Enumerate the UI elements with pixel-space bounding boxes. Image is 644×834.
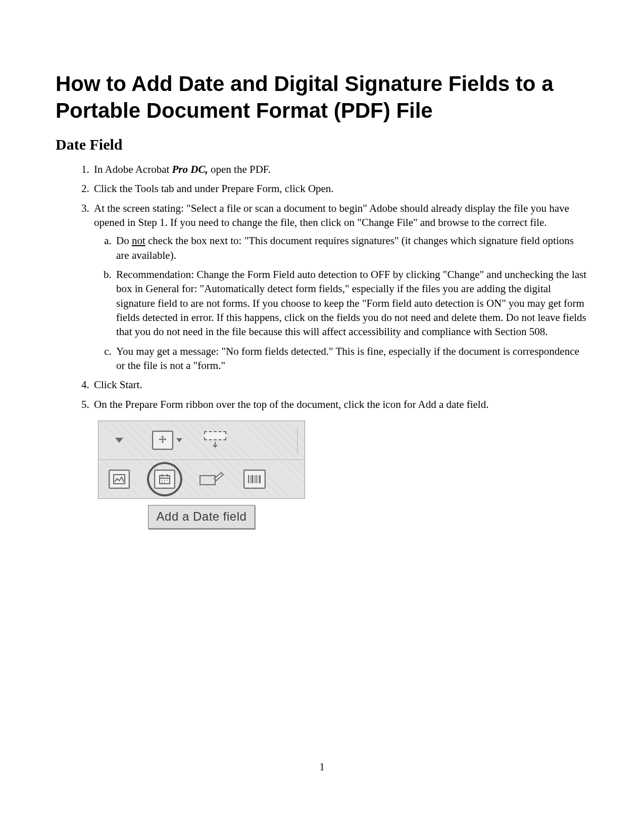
- step-3a-pre: Do: [116, 235, 132, 247]
- section-heading: Date Field: [56, 136, 588, 153]
- step-1-text-post: open the PDF.: [208, 163, 271, 175]
- text-field-with-arrow-icon: [202, 429, 229, 452]
- barcode-field-icon: [241, 468, 268, 491]
- document-page: How to Add Date and Digital Signature Fi…: [0, 0, 644, 834]
- step-1: In Adobe Acrobat Pro DC, open the PDF.: [92, 162, 588, 176]
- step-3b: Recommendation: Change the Form Field au…: [114, 267, 588, 339]
- page-title: How to Add Date and Digital Signature Fi…: [56, 71, 588, 124]
- svg-rect-3: [162, 474, 163, 477]
- svg-point-6: [164, 480, 165, 481]
- tooltip-container: Add a Date field: [143, 505, 260, 528]
- svg-rect-17: [259, 475, 261, 483]
- svg-point-9: [164, 482, 165, 483]
- ribbon-divider: [297, 427, 298, 454]
- move-tool-icon: [147, 429, 187, 452]
- step-3-sublist: Do not check the box next to: "This docu…: [94, 234, 588, 373]
- step-1-text-pre: In Adobe Acrobat: [94, 163, 172, 175]
- tooltip-label: Add a Date field: [148, 505, 256, 528]
- svg-rect-12: [250, 475, 251, 483]
- dropdown-caret-icon: [106, 429, 133, 452]
- signature-field-icon: [196, 468, 227, 491]
- svg-point-5: [162, 480, 163, 481]
- step-3a: Do not check the box next to: "This docu…: [114, 234, 588, 262]
- step-5: On the Prepare Form ribbon over the top …: [92, 397, 588, 529]
- step-1-product-name: Pro DC,: [172, 163, 208, 175]
- svg-rect-15: [256, 475, 257, 483]
- step-3: At the screen stating: "Select a file or…: [92, 201, 588, 373]
- step-3-text: At the screen stating: "Select a file or…: [94, 202, 569, 228]
- page-number: 1: [0, 761, 644, 773]
- step-3c: You may get a message: "No form fields d…: [114, 344, 588, 373]
- step-2: Click the Tools tab and under Prepare Fo…: [92, 181, 588, 196]
- image-field-icon: [106, 468, 133, 491]
- date-field-icon-highlighted: [147, 468, 182, 491]
- step-3a-not: not: [132, 235, 145, 247]
- step-5-text: On the Prepare Form ribbon over the top …: [94, 398, 488, 410]
- svg-point-7: [167, 480, 168, 481]
- ribbon-container: [98, 421, 305, 499]
- ribbon-row-bottom: [98, 459, 305, 498]
- svg-point-8: [162, 482, 163, 483]
- step-4: Click Start.: [92, 378, 588, 392]
- svg-rect-13: [252, 475, 253, 483]
- svg-rect-11: [248, 475, 249, 483]
- prepare-form-ribbon-figure: Add a Date field: [98, 421, 305, 528]
- ribbon-row-top: [98, 421, 305, 459]
- svg-rect-4: [167, 474, 168, 477]
- steps-list: In Adobe Acrobat Pro DC, open the PDF. C…: [56, 162, 588, 529]
- step-3a-post: check the box next to: "This document re…: [116, 235, 574, 261]
- svg-rect-14: [254, 475, 255, 483]
- svg-rect-10: [200, 476, 215, 485]
- svg-rect-16: [258, 475, 258, 483]
